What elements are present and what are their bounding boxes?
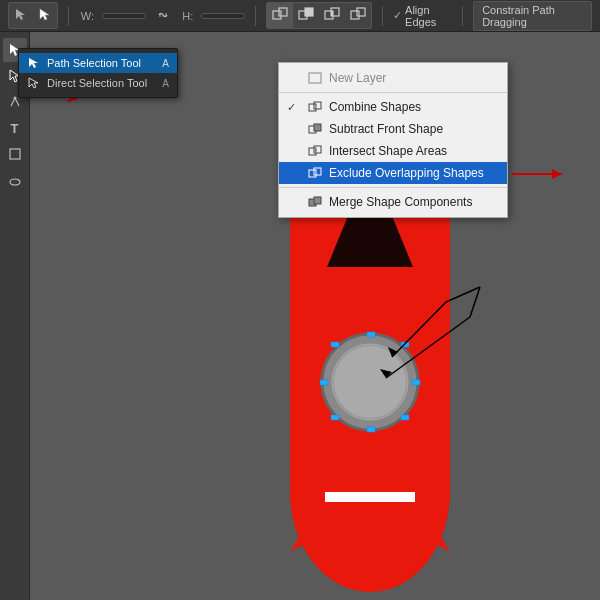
svg-rect-29 <box>367 427 375 432</box>
svg-rect-49 <box>314 168 321 175</box>
merge-check <box>287 196 301 208</box>
svg-marker-51 <box>552 169 562 179</box>
merge-label: Merge Shape Components <box>329 195 472 209</box>
new-layer-label: New Layer <box>329 71 386 85</box>
combine-label: Combine Shapes <box>329 100 421 114</box>
top-toolbar: W: H: ✓ Align Edges Constrain Path Dragg… <box>0 0 600 32</box>
direct-sel-icon <box>27 76 41 90</box>
svg-point-25 <box>334 346 406 418</box>
left-sidebar: T <box>0 32 30 600</box>
svg-rect-9 <box>351 11 359 19</box>
svg-rect-14 <box>10 149 20 159</box>
merge-icon <box>307 195 323 209</box>
path-select-icon[interactable] <box>9 3 33 28</box>
path-sel-icon <box>27 56 41 70</box>
subtract-check <box>287 123 301 135</box>
svg-rect-8 <box>331 11 333 16</box>
menu-exclude-shapes[interactable]: Exclude Overlapping Shapes <box>279 162 507 184</box>
intersect-shapes-btn[interactable] <box>319 3 345 28</box>
svg-rect-47 <box>314 148 316 153</box>
intersect-icon <box>307 144 323 158</box>
svg-rect-2 <box>273 11 281 19</box>
shape-tools-group <box>8 2 58 29</box>
path-selection-label: Path Selection Tool <box>47 57 141 69</box>
svg-rect-40 <box>309 73 321 83</box>
intersect-label: Intersect Shape Areas <box>329 144 447 158</box>
svg-rect-3 <box>279 8 287 16</box>
direct-select-icon[interactable] <box>33 3 57 28</box>
subtract-icon <box>307 122 323 136</box>
exclude-label: Exclude Overlapping Shapes <box>329 166 484 180</box>
menu-subtract-shapes[interactable]: Subtract Front Shape <box>279 118 507 140</box>
path-tool-buttons <box>8 2 58 29</box>
link-icon[interactable] <box>152 10 174 22</box>
svg-rect-5 <box>305 8 313 16</box>
height-input[interactable] <box>201 13 245 19</box>
tool-popup: Path Selection Tool A Direct Selection T… <box>18 48 178 98</box>
constrain-path-btn[interactable]: Constrain Path Dragging <box>473 1 592 31</box>
svg-rect-42 <box>314 102 321 109</box>
align-edges-control[interactable]: ✓ Align Edges <box>393 4 452 28</box>
svg-rect-53 <box>314 197 321 204</box>
red-arrow-right <box>507 164 567 184</box>
svg-rect-27 <box>412 380 420 385</box>
ellipse-tool[interactable] <box>3 168 27 192</box>
svg-rect-30 <box>331 342 339 347</box>
separator-2 <box>255 6 256 26</box>
svg-rect-33 <box>401 415 409 420</box>
menu-merge-shapes[interactable]: Merge Shape Components <box>279 191 507 213</box>
menu-divider-1 <box>279 92 507 93</box>
combine-icon <box>307 100 323 114</box>
combine-shapes-btn[interactable] <box>267 3 293 28</box>
menu-new-layer[interactable]: New Layer <box>279 67 507 89</box>
svg-line-38 <box>446 287 480 302</box>
h-label: H: <box>180 10 195 22</box>
path-selection-tool-item[interactable]: Path Selection Tool A <box>19 53 177 73</box>
w-label: W: <box>79 10 96 22</box>
separator-3 <box>382 6 383 26</box>
subtract-shapes-btn[interactable] <box>293 3 319 28</box>
combine-check: ✓ <box>287 101 301 114</box>
svg-rect-28 <box>367 332 375 337</box>
svg-rect-10 <box>357 8 365 16</box>
direct-selection-label: Direct Selection Tool <box>47 77 147 89</box>
dropdown-menu: New Layer ✓ Combine Shapes Subtract Fron… <box>278 62 508 218</box>
menu-divider-2 <box>279 187 507 188</box>
menu-intersect-shapes[interactable]: Intersect Shape Areas <box>279 140 507 162</box>
svg-point-15 <box>10 179 20 185</box>
menu-combine-shapes[interactable]: ✓ Combine Shapes <box>279 96 507 118</box>
svg-marker-17 <box>29 78 38 88</box>
canvas-area: New Layer ✓ Combine Shapes Subtract Fron… <box>30 32 600 600</box>
path-operations <box>266 2 372 29</box>
direct-selection-tool-item[interactable]: Direct Selection Tool A <box>19 73 177 93</box>
width-input[interactable] <box>102 13 146 19</box>
shape-tool[interactable] <box>3 142 27 166</box>
new-layer-icon <box>307 71 323 85</box>
align-edges-label: Align Edges <box>405 4 452 28</box>
subtract-label: Subtract Front Shape <box>329 122 443 136</box>
svg-marker-16 <box>29 58 38 68</box>
svg-rect-44 <box>314 124 321 131</box>
svg-marker-0 <box>16 9 25 20</box>
type-tool[interactable]: T <box>3 116 27 140</box>
exclude-check <box>287 167 301 179</box>
svg-rect-22 <box>325 492 415 502</box>
svg-rect-32 <box>331 415 339 420</box>
svg-rect-48 <box>309 170 316 177</box>
direct-sel-shortcut: A <box>162 78 169 89</box>
svg-rect-26 <box>320 380 328 385</box>
svg-point-13 <box>13 97 16 100</box>
exclude-icon <box>307 166 323 180</box>
svg-rect-41 <box>309 104 316 111</box>
path-sel-shortcut: A <box>162 58 169 69</box>
svg-marker-1 <box>40 9 49 20</box>
separator-1 <box>68 6 69 26</box>
new-layer-check <box>287 72 301 84</box>
intersect-check <box>287 145 301 157</box>
separator-4 <box>462 6 463 26</box>
exclude-shapes-btn[interactable] <box>345 3 371 28</box>
